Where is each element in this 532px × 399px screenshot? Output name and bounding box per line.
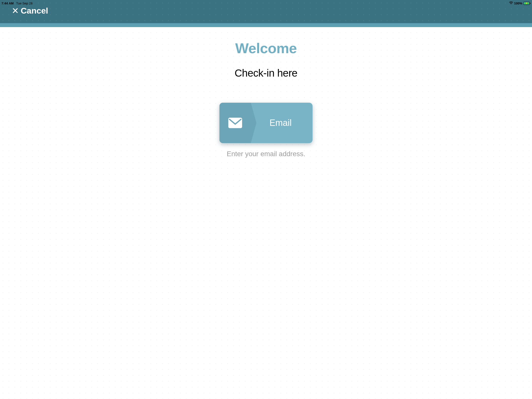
svg-point-0 — [511, 4, 511, 4]
battery-percent: 100% — [514, 1, 522, 5]
wifi-icon — [509, 1, 513, 5]
status-bar: 7:44 AM Tue Sep 28 100% ⚡ — [0, 0, 532, 5]
email-helper-text: Enter your email address. — [227, 150, 305, 158]
email-button[interactable]: Email — [219, 103, 313, 143]
app-header: 7:44 AM Tue Sep 28 100% ⚡ Cancel — [0, 0, 532, 23]
email-icon — [219, 103, 251, 143]
status-time: 7:44 AM — [1, 1, 14, 5]
welcome-title: Welcome — [235, 40, 297, 56]
header-accent-bar — [0, 23, 532, 27]
svg-rect-3 — [228, 118, 242, 128]
main-content: Welcome Check-in here Email Enter your e… — [0, 27, 532, 399]
battery-icon: ⚡ — [523, 2, 531, 5]
email-button-label: Email — [251, 118, 313, 128]
status-date: Tue Sep 28 — [16, 1, 33, 5]
close-icon — [12, 6, 18, 15]
checkin-subtitle: Check-in here — [235, 67, 298, 79]
cancel-button-label: Cancel — [21, 6, 48, 15]
cancel-button[interactable]: Cancel — [12, 6, 48, 15]
